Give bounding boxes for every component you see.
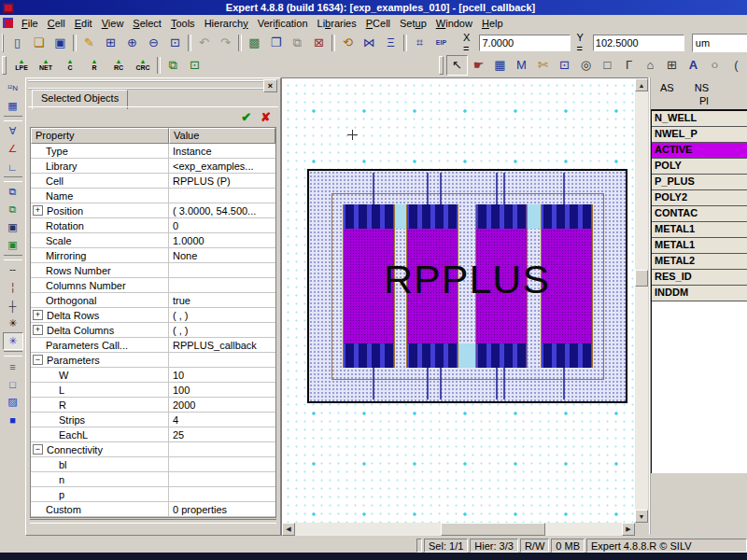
grid-icon[interactable]: ⌗ (409, 33, 430, 53)
box-tool-icon[interactable]: □ (597, 55, 618, 76)
table-row[interactable]: CellRPPLUS (P) (31, 174, 275, 189)
array-tool-icon[interactable]: ⊞ (661, 55, 683, 76)
expand-icon[interactable]: + (33, 310, 43, 320)
paste-icon[interactable]: ⧉ (287, 33, 308, 53)
menu-item-file[interactable]: File (17, 17, 43, 30)
eip-icon[interactable]: EIP (430, 33, 452, 53)
zoom-fit-icon[interactable]: ⊞ (100, 33, 121, 53)
cut-icon[interactable]: ✄ (532, 55, 554, 76)
menu-item-view[interactable]: View (97, 17, 129, 30)
path-tool-icon[interactable]: Γ (618, 55, 640, 76)
zoom-in-icon[interactable]: ⊕ (121, 33, 143, 53)
layer-item-metal2[interactable]: METAL2 (652, 254, 747, 270)
document-icon[interactable] (3, 18, 13, 28)
table-row[interactable]: −Connectivity (31, 442, 275, 457)
donut-tool-icon[interactable]: ◎ (575, 55, 597, 76)
apply-check-icon[interactable]: ✔ (241, 110, 251, 124)
stretch-icon[interactable]: Ξ (380, 33, 402, 53)
toolbar-handle[interactable] (2, 34, 4, 52)
menu-item-hierarchy[interactable]: Hierarchy (200, 17, 253, 30)
overlap-squares-icon[interactable]: ⧉ (3, 183, 23, 201)
r-extract-button[interactable]: ▲R (82, 55, 106, 76)
layer-item-res_id[interactable]: RES_ID (652, 270, 747, 286)
layer-header-pl[interactable]: Pl (699, 95, 709, 106)
drawing-area[interactable]: RPPLUS (282, 78, 635, 523)
edit-in-place-icon[interactable]: ⊡ (184, 55, 205, 76)
table-row[interactable]: Scale1.0000 (31, 233, 275, 248)
angle-measure-icon[interactable]: ∠ (3, 140, 23, 158)
hierarchy-view-icon[interactable]: ⧉ (162, 55, 184, 76)
region-zoom-icon[interactable]: ⊡ (554, 55, 575, 76)
circle-tool-icon[interactable]: ○ (704, 55, 726, 76)
dash-horizontal-icon[interactable]: ╌ (3, 261, 23, 279)
rc-extract-button[interactable]: ▲RC (106, 55, 131, 76)
layer-item-n_well[interactable]: N_WELL (652, 111, 747, 127)
table-row[interactable]: R2000 (31, 398, 275, 413)
c-extract-button[interactable]: ▲C (58, 55, 82, 76)
expand-icon[interactable]: + (33, 325, 43, 335)
open-file-icon[interactable]: ❏ (28, 33, 49, 53)
menu-item-edit[interactable]: Edit (70, 17, 97, 30)
layer-item-contac[interactable]: CONTAC (652, 206, 747, 222)
close-icon[interactable]: × (263, 79, 277, 92)
vertical-scroll-thumb[interactable] (635, 270, 648, 287)
table-row[interactable]: p (31, 487, 275, 502)
net-button[interactable]: ▲NET (34, 55, 58, 76)
table-row[interactable]: MirroringNone (31, 248, 275, 263)
flatten-icon[interactable]: ▩ (244, 33, 265, 53)
undo-icon[interactable]: ↶ (193, 33, 215, 53)
layer-header-ns[interactable]: NS (695, 81, 709, 94)
overlap-squares-green-icon[interactable]: ⧉ (3, 201, 23, 218)
inner-square-icon[interactable]: ▣ (3, 218, 23, 236)
select-arrow-icon[interactable]: ↖ (446, 55, 468, 76)
trace-net-icon[interactable]: ⟲ (337, 33, 359, 53)
coord-readout-icon[interactable]: ¹²N (3, 79, 23, 97)
arc-tool-icon[interactable]: ( (726, 55, 747, 76)
copy-icon[interactable]: ❐ (265, 33, 287, 53)
save-icon[interactable]: ▣ (49, 33, 71, 53)
table-row[interactable]: −Parameters (31, 353, 275, 368)
polygon-tool-icon[interactable]: ⌂ (640, 55, 661, 76)
layer-item-metal1[interactable]: METAL1 (652, 222, 747, 238)
zoom-out-icon[interactable]: ⊖ (143, 33, 164, 53)
table-row[interactable]: +Delta Rows( , ) (31, 308, 275, 323)
star-marker-icon[interactable]: ✳ (3, 315, 23, 332)
menu-item-cell[interactable]: Cell (43, 17, 70, 30)
vertical-scrollbar[interactable]: ▲ ▼ (635, 78, 648, 523)
y-coordinate-input[interactable] (593, 35, 684, 51)
arc-angle-icon[interactable]: ∟ (3, 158, 23, 175)
table-row[interactable]: EachL25 (31, 427, 275, 442)
thick-lines-icon[interactable]: ≡ (3, 357, 23, 375)
scroll-down-icon[interactable]: ▼ (635, 510, 648, 523)
table-row[interactable]: Rotation0 (31, 218, 275, 233)
hatch-fill-icon[interactable]: ▨ (3, 393, 23, 411)
zoom-window-icon[interactable]: ⊡ (164, 33, 186, 53)
dash-vertical-icon[interactable]: ╎ (3, 279, 23, 297)
draw-pencil-icon[interactable]: ✎ (78, 33, 100, 53)
layer-item-nwel_p[interactable]: NWEL_P (652, 127, 747, 143)
solid-fill-icon[interactable]: ■ (3, 411, 23, 428)
scroll-left-icon[interactable]: ◀ (282, 523, 295, 536)
rpplus-cell-instance[interactable]: RPPLUS (307, 169, 627, 403)
menu-item-window[interactable]: Window (431, 17, 477, 30)
horizontal-scrollbar[interactable]: ◀ ▶ (282, 523, 635, 536)
layer-item-poly2[interactable]: POLY2 (652, 190, 747, 206)
scroll-up-icon[interactable]: ▲ (635, 78, 648, 91)
cross-marker-icon[interactable]: ┼ (3, 297, 23, 315)
redo-icon[interactable]: ↷ (215, 33, 236, 53)
collapse-icon[interactable]: − (33, 355, 43, 365)
table-row[interactable]: Library<exp_examples... (31, 159, 275, 174)
table-row[interactable]: Columns Number (31, 278, 275, 293)
partial-select-icon[interactable]: ☛ (468, 55, 489, 76)
table-row[interactable]: W10 (31, 368, 275, 383)
table-row[interactable]: Custom0 properties (31, 502, 275, 517)
new-file-icon[interactable]: ▯ (7, 33, 28, 53)
inner-square-green-icon[interactable]: ▣ (3, 236, 23, 254)
menu-item-libraries[interactable]: Libraries (313, 17, 361, 30)
collapse-icon[interactable]: − (33, 444, 43, 455)
expand-icon[interactable]: + (33, 205, 43, 216)
table-row[interactable]: Parameters Call...RPPLUS_callback (31, 338, 275, 353)
menu-item-help[interactable]: Help (477, 17, 508, 30)
calculator-icon[interactable]: ▦ (3, 97, 23, 115)
table-row[interactable]: TypeInstance (31, 144, 275, 159)
